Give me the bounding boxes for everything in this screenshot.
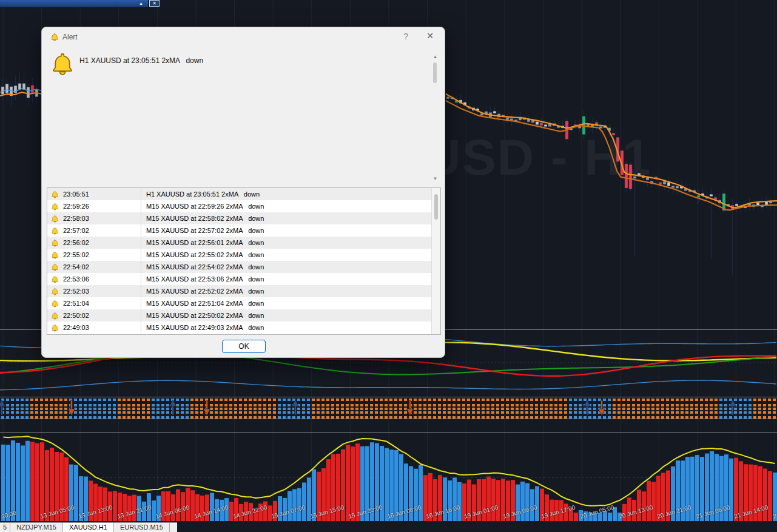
alert-message: M15 XAUUSD at 22:54:02 2xMA down xyxy=(141,261,440,273)
alert-message-area: H1 XAUUSD at 23:05:51 2xMA down ▲ ▼ xyxy=(42,47,445,187)
dialog-title: Alert xyxy=(62,33,78,41)
alert-row[interactable]: 22:51:04M15 XAUUSD at 22:51:04 2xMA down xyxy=(47,297,440,309)
bell-icon xyxy=(51,203,59,210)
bell-icon xyxy=(51,288,59,295)
chart-tab-bar: 5 NZDJPY.M15XAUUSD.H1EURUSD.M15 xyxy=(0,522,177,532)
alert-message: M15 XAUUSD at 22:56:01 2xMA down xyxy=(141,237,440,249)
bell-icon xyxy=(51,263,59,271)
alert-time: 23:05:51 xyxy=(61,188,141,200)
alert-time: 22:59:26 xyxy=(61,200,141,212)
alert-row[interactable]: 22:53:06M15 XAUUSD at 22:53:06 2xMA down xyxy=(47,273,440,285)
histogram-panel xyxy=(0,436,777,521)
alert-bell-icon xyxy=(50,52,75,76)
alert-message: M15 XAUUSD at 22:51:04 2xMA down xyxy=(141,297,440,309)
alert-time: 22:49:03 xyxy=(61,322,141,334)
tab-overflow[interactable]: 5 xyxy=(0,523,10,532)
bell-icon xyxy=(51,251,59,259)
scroll-up-icon[interactable]: ▲ xyxy=(431,54,440,59)
alert-row[interactable]: 22:52:03M15 XAUUSD at 22:52:02 2xMA down xyxy=(47,285,440,297)
bell-icon xyxy=(50,33,59,41)
alert-message: M15 XAUUSD at 22:52:02 2xMA down xyxy=(141,285,440,297)
ok-button[interactable]: OK xyxy=(222,340,266,353)
bell-icon xyxy=(51,324,59,332)
tab-eurusd-m15[interactable]: EURUSD.M15 xyxy=(114,523,170,532)
alert-time: 22:55:02 xyxy=(61,249,141,261)
collapsed-window-titlebar[interactable]: ▲ xyxy=(0,0,148,7)
alert-dialog-titlebar[interactable]: Alert ? ✕ xyxy=(42,27,445,47)
alert-row[interactable]: 22:56:02M15 XAUUSD at 22:56:01 2xMA down xyxy=(47,237,440,249)
help-button[interactable]: ? xyxy=(403,32,408,41)
candles-left-fragment xyxy=(0,72,42,107)
list-scrollbar[interactable] xyxy=(431,188,440,334)
tab-nzdjpy-m15[interactable]: NZDJPY.M15 xyxy=(10,523,63,532)
alert-dialog: Alert ? ✕ H1 XAUUSD at 23:05:51 2xMA dow… xyxy=(41,27,445,358)
alert-row[interactable]: 22:54:02M15 XAUUSD at 22:54:02 2xMA down xyxy=(47,261,440,273)
alert-message: M15 XAUUSD at 22:55:02 2xMA down xyxy=(141,249,440,261)
alert-message: M15 XAUUSD at 22:59:26 2xMA down xyxy=(141,200,440,212)
collapse-icon[interactable]: ▲ xyxy=(139,0,143,7)
alert-time: 22:51:04 xyxy=(61,297,141,309)
alert-time: 22:58:03 xyxy=(61,212,141,224)
alert-time: 22:54:02 xyxy=(61,261,141,273)
bell-icon xyxy=(51,312,59,320)
alert-time: 22:50:02 xyxy=(61,309,141,322)
bell-icon xyxy=(51,190,59,198)
scroll-down-icon[interactable]: ▼ xyxy=(431,176,440,181)
mini-close-button[interactable]: ✕ xyxy=(149,0,160,7)
list-scrollbar-thumb[interactable] xyxy=(434,194,438,220)
signal-strip xyxy=(0,399,776,419)
alert-time: 22:56:02 xyxy=(61,237,141,249)
alert-message: H1 XAUUSD at 23:05:51 2xMA down xyxy=(141,188,440,200)
alert-message: M15 XAUUSD at 22:58:02 2xMA down xyxy=(141,212,440,224)
alert-time: 22:57:02 xyxy=(61,224,141,237)
tab-xauusd-h1[interactable]: XAUUSD.H1 xyxy=(63,523,114,532)
bell-icon xyxy=(51,215,59,223)
alert-row[interactable]: 22:50:02M15 XAUUSD at 22:50:02 2xMA down xyxy=(47,309,440,322)
scrollbar-thumb[interactable] xyxy=(433,62,437,83)
alert-row[interactable]: 22:49:03M15 XAUUSD at 22:49:03 2xMA down xyxy=(47,322,440,334)
alert-time: 22:52:03 xyxy=(61,285,141,297)
alert-message: M15 XAUUSD at 22:53:06 2xMA down xyxy=(141,273,440,285)
alert-headline: H1 XAUUSD at 23:05:51 2xMA down xyxy=(79,56,203,65)
alert-row[interactable]: 22:57:02M15 XAUUSD at 22:57:02 2xMA down xyxy=(47,224,440,237)
bell-icon xyxy=(51,239,59,247)
message-scrollbar[interactable]: ▲ ▼ xyxy=(431,54,440,181)
alert-message: M15 XAUUSD at 22:49:03 2xMA down xyxy=(141,322,440,334)
alert-list: 23:05:51H1 XAUUSD at 23:05:51 2xMA down2… xyxy=(47,187,441,335)
close-button[interactable]: ✕ xyxy=(426,31,434,41)
alert-message: M15 XAUUSD at 22:57:02 2xMA down xyxy=(141,224,440,237)
alert-row[interactable]: 22:59:26M15 XAUUSD at 22:59:26 2xMA down xyxy=(47,200,440,212)
alert-row[interactable]: 22:55:02M15 XAUUSD at 22:55:02 2xMA down xyxy=(47,249,440,261)
alert-row[interactable]: 22:58:03M15 XAUUSD at 22:58:02 2xMA down xyxy=(47,212,440,224)
alert-row[interactable]: 23:05:51H1 XAUUSD at 23:05:51 2xMA down xyxy=(47,188,440,200)
alert-time: 22:53:06 xyxy=(61,273,141,285)
bell-icon xyxy=(51,227,59,235)
alert-message: M15 XAUUSD at 22:50:02 2xMA down xyxy=(141,309,440,322)
bell-icon xyxy=(51,300,59,308)
bell-icon xyxy=(51,275,59,283)
